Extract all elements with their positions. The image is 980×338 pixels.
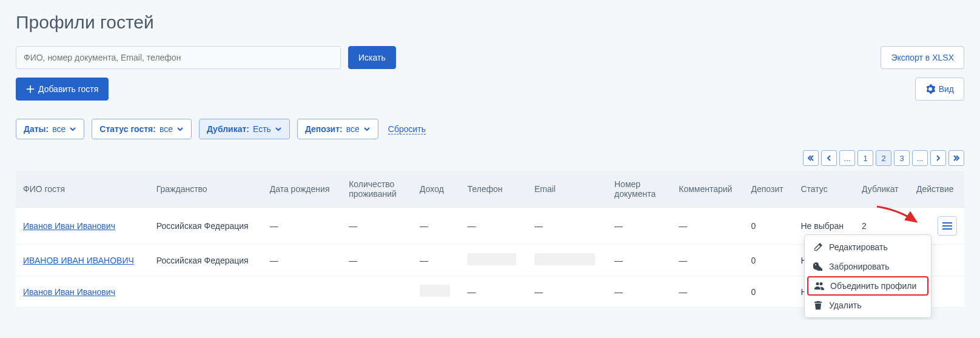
cell-stays: — [341, 245, 412, 276]
pager-ellipsis[interactable]: ... [839, 150, 855, 166]
chevron-down-icon [275, 125, 282, 133]
view-label: Вид [939, 84, 954, 94]
add-guest-button[interactable]: Добавить гостя [16, 78, 109, 101]
col-stays: Количество проживаний [341, 171, 412, 208]
guest-name-link[interactable]: Иванов Иван Иванович [23, 221, 115, 231]
pager-page-2[interactable]: 2 [876, 150, 891, 166]
menu-merge-label: Объединить профили [830, 281, 916, 291]
pager-page-3[interactable]: 3 [894, 150, 910, 166]
pager-ellipsis[interactable]: ... [912, 150, 928, 166]
cell-stays [341, 276, 412, 308]
menu-book-label: Забронировать [829, 262, 889, 271]
people-icon [814, 281, 824, 291]
pager-first[interactable] [803, 150, 819, 166]
view-button[interactable]: Вид [915, 78, 964, 101]
filter-guest-status[interactable]: Статус гостя: все [92, 119, 192, 139]
cell-doc: — [607, 208, 671, 245]
col-action: Действие [909, 171, 964, 208]
cell-deposit: 0 [743, 208, 793, 245]
chevron-down-icon [176, 125, 184, 133]
cell-phone: — [460, 276, 528, 308]
guest-name-link[interactable]: Иванов Иван Иванович [23, 287, 115, 297]
cell-doc: — [607, 245, 671, 276]
cell-citizenship: Российская Федерация [149, 245, 263, 276]
menu-edit[interactable]: Редактировать [805, 237, 931, 257]
menu-merge[interactable]: Объединить профили [807, 276, 928, 296]
chevron-right-icon [935, 154, 942, 162]
pager-last[interactable] [948, 150, 964, 166]
redacted-income [420, 285, 450, 297]
filter-status-label: Статус гостя: [99, 124, 156, 134]
cell-phone: — [460, 208, 528, 245]
cell-deposit: 0 [743, 276, 793, 308]
chevron-double-left-icon [807, 154, 814, 162]
cell-email: — [527, 276, 607, 308]
col-citizenship: Гражданство [149, 171, 263, 208]
chevron-double-right-icon [953, 154, 960, 162]
pencil-icon [813, 242, 823, 252]
export-xlsx-button[interactable]: Экспорт в XLSX [881, 46, 964, 69]
filter-duplicate-value: Есть [253, 124, 271, 134]
filter-deposit-label: Депозит: [305, 124, 343, 134]
menu-delete[interactable]: Удалить [805, 296, 931, 315]
cell-citizenship: Российская Федерация [149, 208, 263, 245]
plus-icon [26, 85, 35, 93]
cell-phone [460, 245, 528, 276]
pager-prev[interactable] [821, 150, 837, 166]
row-actions-button[interactable] [938, 216, 957, 236]
cell-comment: — [671, 245, 743, 276]
col-comment: Комментарий [671, 171, 743, 208]
pager-page-1[interactable]: 1 [858, 150, 873, 166]
col-dob: Дата рождения [263, 171, 341, 208]
pagination: ... 1 2 3 ... [803, 150, 964, 166]
gear-icon [925, 84, 935, 94]
col-phone: Телефон [460, 171, 528, 208]
cell-email: — [527, 208, 607, 245]
menu-icon [942, 225, 952, 227]
page-title: Профили гостей [16, 12, 964, 33]
guest-name-link[interactable]: ИВАНОВ ИВАН ИВАНОВИЧ [23, 256, 134, 265]
redacted-email [534, 253, 595, 265]
redacted-phone [468, 253, 516, 265]
menu-book[interactable]: Забронировать [805, 257, 931, 276]
col-doc: Номер документа [607, 171, 671, 208]
reset-filters-link[interactable]: Сбросить [388, 124, 426, 134]
filter-status-value: все [159, 124, 173, 134]
trash-icon [813, 300, 823, 310]
cell-dob: — [263, 245, 341, 276]
menu-delete-label: Удалить [829, 300, 861, 310]
filter-dates[interactable]: Даты: все [16, 119, 84, 139]
chevron-down-icon [69, 125, 76, 133]
chevron-down-icon [363, 125, 371, 133]
filter-deposit[interactable]: Депозит: все [297, 119, 378, 139]
col-income: Доход [412, 171, 460, 208]
cell-income: — [412, 208, 460, 245]
menu-edit-label: Редактировать [829, 242, 888, 252]
cell-income [412, 276, 460, 308]
cell-deposit: 0 [743, 245, 793, 276]
search-input[interactable] [16, 46, 341, 69]
col-email: Email [527, 171, 607, 208]
cell-citizenship [149, 276, 263, 308]
cell-income: — [412, 245, 460, 276]
col-status: Статус [793, 171, 854, 208]
chevron-left-icon [825, 154, 833, 162]
cell-dob [263, 276, 341, 308]
cell-dob: — [263, 208, 341, 245]
col-name: ФИО гостя [16, 171, 149, 208]
cell-comment: — [671, 276, 743, 308]
filter-duplicate[interactable]: Дубликат: Есть [199, 119, 290, 139]
key-icon [813, 262, 823, 271]
cell-doc: — [607, 276, 671, 308]
filter-duplicate-label: Дубликат: [207, 124, 249, 134]
filter-dates-label: Даты: [24, 124, 49, 134]
row-actions-menu: Редактировать Забронировать Объединить п… [804, 234, 931, 318]
cell-email [527, 245, 607, 276]
filter-deposit-value: все [346, 124, 360, 134]
filter-dates-value: все [52, 124, 65, 134]
col-duplicate: Дубликат [854, 171, 909, 208]
pager-next[interactable] [930, 150, 946, 166]
col-deposit: Депозит [743, 171, 793, 208]
cell-comment: — [671, 208, 743, 245]
search-button[interactable]: Искать [348, 46, 396, 69]
